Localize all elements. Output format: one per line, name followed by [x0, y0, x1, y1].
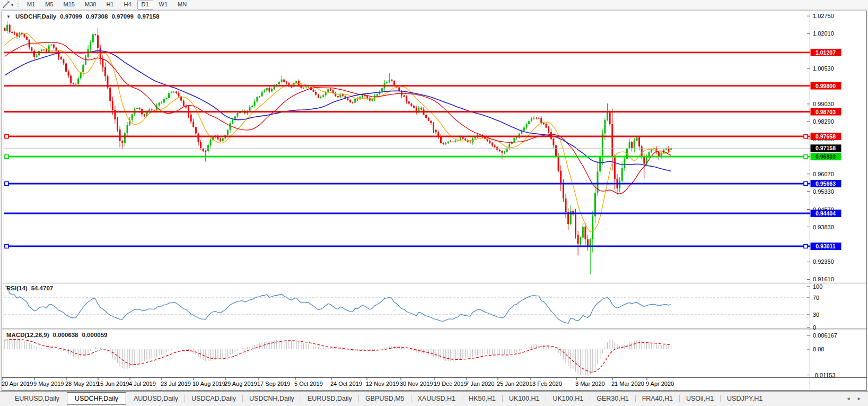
- toolbar-grip: [17, 2, 19, 8]
- mt4-terminal: { "toolbar": { "tool_icon": "crosshair-p…: [0, 0, 868, 406]
- svg-text:70: 70: [813, 295, 819, 301]
- tab-hk50-h1[interactable]: HK50,H1: [462, 393, 502, 404]
- svg-text:0.95330: 0.95330: [813, 188, 834, 195]
- svg-text:25 Jan 2020: 25 Jan 2020: [497, 381, 529, 387]
- tab-usoil-h1[interactable]: USOil,H1: [680, 393, 720, 404]
- tab-scroll-arrows: ◄►: [846, 396, 862, 401]
- tab-scroll-right-icon[interactable]: ►: [857, 396, 862, 401]
- svg-text:28 May 2019: 28 May 2019: [65, 381, 99, 387]
- price-tag-0.99800: 0.99800: [811, 82, 841, 90]
- level-handle-left[interactable]: [5, 135, 8, 139]
- svg-text:0.97158: 0.97158: [816, 145, 836, 151]
- level-handle-right[interactable]: [804, 182, 808, 185]
- svg-text:21 Mar 2020: 21 Mar 2020: [611, 381, 644, 387]
- svg-text:17 Sep 2019: 17 Sep 2019: [257, 381, 290, 387]
- svg-text:7 Jan 2020: 7 Jan 2020: [466, 381, 494, 387]
- rsi-indicator-value: 54.4707: [31, 285, 54, 291]
- level-handle-right[interactable]: [804, 155, 808, 159]
- svg-text:0.97658: 0.97658: [816, 133, 836, 140]
- level-handle-left[interactable]: [5, 182, 8, 185]
- svg-text:1.02010: 1.02010: [813, 30, 834, 37]
- tab-uk100-h1[interactable]: UK100,H1: [546, 393, 590, 404]
- svg-text:4 Jul 2019: 4 Jul 2019: [129, 381, 156, 387]
- svg-text:19 Dec 2019: 19 Dec 2019: [434, 381, 467, 387]
- tab-scroll-left-icon[interactable]: ◄: [846, 396, 851, 401]
- svg-text:0.99800: 0.99800: [816, 83, 836, 89]
- svg-text:0.00: 0.00: [813, 346, 824, 352]
- level-handle-left[interactable]: [5, 245, 8, 248]
- chart-canvas: 1.027501.020101.005300.990300.982900.975…: [0, 10, 868, 391]
- tab-usdcnh-daily[interactable]: USDCNH,Daily: [243, 393, 301, 404]
- tab-eurusd-daily[interactable]: EURUSD,Daily: [301, 393, 358, 404]
- svg-text:13 Feb 2020: 13 Feb 2020: [529, 381, 562, 387]
- price-tag-0.98703: 0.98703: [811, 108, 841, 116]
- tab-usdcad-daily[interactable]: USDCAD,Daily: [185, 393, 242, 404]
- svg-text:0.94404: 0.94404: [816, 210, 836, 217]
- svg-text:10 Aug 2019: 10 Aug 2019: [192, 381, 225, 387]
- macd-indicator-value-main: 0.000638: [53, 332, 78, 338]
- svg-text:0.95663: 0.95663: [816, 180, 836, 187]
- tab-gbpusd-m5[interactable]: GBPUSD,M5: [359, 393, 411, 404]
- chart-collapse-icon[interactable]: ▼: [6, 14, 11, 19]
- chart-window: 1.027501.020101.005300.990300.982900.975…: [0, 10, 868, 391]
- rsi-indicator-name: RSI(14): [6, 285, 28, 291]
- timeframe-button-m30[interactable]: M30: [81, 0, 100, 8]
- svg-text:0.93011: 0.93011: [816, 243, 836, 249]
- tab-xauusd-h1[interactable]: XAUUSD,H1: [411, 393, 462, 404]
- tab-usdchf-daily[interactable]: USDCHF,Daily: [67, 392, 126, 405]
- timeframe-button-h4[interactable]: H4: [119, 0, 135, 8]
- timeframe-button-mn[interactable]: MN: [173, 0, 191, 8]
- svg-text:23 Jul 2019: 23 Jul 2019: [161, 381, 191, 387]
- chart-tab-bar: EURUSD,DailyUSDCHF,DailyAUDUSD,DailyUSDC…: [0, 391, 868, 405]
- tool-dropdown-caret-icon[interactable]: ▾: [11, 3, 13, 7]
- svg-text:9 Apr 2020: 9 Apr 2020: [646, 381, 674, 387]
- svg-text:0.99030: 0.99030: [813, 101, 834, 107]
- tab-eurusd-daily[interactable]: EURUSD,Daily: [8, 393, 66, 404]
- svg-text:0.92350: 0.92350: [813, 258, 834, 265]
- svg-text:3 Mar 2020: 3 Mar 2020: [575, 381, 605, 387]
- svg-text:5 Oct 2019: 5 Oct 2019: [294, 381, 323, 387]
- ohlc-close: 0.97158: [137, 13, 160, 20]
- timeframe-button-d1[interactable]: D1: [137, 0, 153, 10]
- tab-ger30-h1[interactable]: GER30,H1: [590, 393, 635, 404]
- price-tag-0.97158: 0.97158: [811, 144, 841, 152]
- svg-text:0.98290: 0.98290: [813, 118, 834, 125]
- rsi-pane-label: RSI(14) 54.4707: [6, 285, 53, 291]
- level-handle-right[interactable]: [804, 245, 808, 248]
- timeframe-button-m5[interactable]: M5: [41, 0, 57, 8]
- svg-text:0.006167: 0.006167: [813, 332, 837, 339]
- svg-text:30: 30: [813, 312, 819, 318]
- macd-indicator-value-signal: 0.000059: [82, 332, 108, 338]
- level-handle-right[interactable]: [804, 135, 808, 139]
- svg-text:12 Nov 2019: 12 Nov 2019: [366, 381, 399, 387]
- svg-text:-0.01153: -0.01153: [813, 372, 836, 378]
- price-tag-0.94404: 0.94404: [811, 210, 841, 217]
- svg-text:0.96803: 0.96803: [816, 153, 836, 160]
- level-handle-left[interactable]: [5, 155, 8, 159]
- ohlc-open: 0.97099: [60, 13, 82, 20]
- ohlc-low: 0.97099: [111, 13, 134, 20]
- tab-usdjpy-h1[interactable]: USDJPY,H1: [721, 393, 769, 404]
- svg-text:9 May 2019: 9 May 2019: [33, 381, 64, 387]
- timeframe-button-m15[interactable]: M15: [59, 0, 79, 8]
- tab-fra40-h1[interactable]: FRA40,H1: [636, 393, 679, 404]
- chart-symbol-label: USDCHF,Daily: [15, 13, 56, 20]
- tab-uk100-h1[interactable]: UK100,H1: [503, 393, 546, 404]
- timeframe-button-m1[interactable]: M1: [23, 0, 39, 8]
- timeframe-buttons: M1M5M15M30H1H4D1W1MN: [23, 0, 191, 10]
- chart-title: ▼ USDCHF,Daily 0.97099 0.97308 0.97099 0…: [6, 13, 160, 20]
- svg-text:1.00530: 1.00530: [813, 65, 834, 72]
- svg-text:0.93830: 0.93830: [813, 224, 834, 230]
- price-tag-0.97658: 0.97658: [811, 133, 841, 140]
- tab-audusd-daily[interactable]: AUDUSD,Daily: [127, 393, 185, 404]
- crosshair-tool-icon[interactable]: [2, 1, 11, 8]
- price-tag-1.01207: 1.01207: [811, 49, 841, 56]
- timeframe-button-w1[interactable]: W1: [155, 0, 172, 8]
- timeframe-button-h1[interactable]: H1: [102, 0, 118, 8]
- macd-indicator-name: MACD(12,26,9): [6, 332, 49, 338]
- macd-pane-label: MACD(12,26,9) 0.000638 0.000059: [6, 332, 107, 338]
- svg-text:29 Aug 2019: 29 Aug 2019: [224, 381, 257, 387]
- price-tag-0.95663: 0.95663: [811, 180, 841, 187]
- svg-text:30 Nov 2019: 30 Nov 2019: [400, 381, 433, 387]
- svg-text:0.98703: 0.98703: [816, 109, 836, 115]
